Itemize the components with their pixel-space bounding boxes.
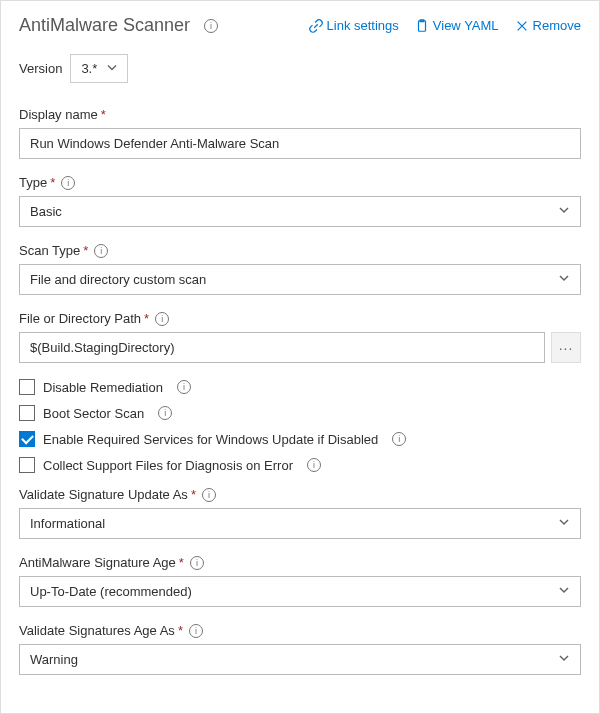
info-icon[interactable]: i — [190, 556, 204, 570]
path-field: File or Directory Path*i ··· — [19, 311, 581, 363]
type-field: Type*i Basic — [19, 175, 581, 227]
boot-sector-row: Boot Sector Scan i — [19, 405, 581, 421]
info-icon[interactable]: i — [204, 19, 218, 33]
chevron-down-icon — [558, 652, 570, 667]
link-icon — [309, 19, 323, 33]
close-icon — [515, 19, 529, 33]
validate-sig-age-field: Validate Signatures Age As*i Warning — [19, 623, 581, 675]
required-mark: * — [101, 107, 106, 122]
chevron-down-icon — [558, 584, 570, 599]
remove-button[interactable]: Remove — [515, 18, 581, 33]
enable-services-checkbox[interactable] — [19, 431, 35, 447]
chevron-down-icon — [558, 272, 570, 287]
svg-rect-0 — [418, 20, 425, 31]
scan-type-field: Scan Type*i File and directory custom sc… — [19, 243, 581, 295]
info-icon[interactable]: i — [61, 176, 75, 190]
chevron-down-icon — [558, 516, 570, 531]
version-label: Version — [19, 61, 62, 76]
type-select[interactable]: Basic — [19, 196, 581, 227]
info-icon[interactable]: i — [189, 624, 203, 638]
validate-sig-update-field: Validate Signature Update As*i Informati… — [19, 487, 581, 539]
link-settings-button[interactable]: Link settings — [309, 18, 399, 33]
display-name-input[interactable] — [19, 128, 581, 159]
sig-age-select[interactable]: Up-To-Date (recommended) — [19, 576, 581, 607]
info-icon[interactable]: i — [392, 432, 406, 446]
path-input[interactable] — [19, 332, 545, 363]
collect-support-checkbox[interactable] — [19, 457, 35, 473]
info-icon[interactable]: i — [158, 406, 172, 420]
boot-sector-checkbox[interactable] — [19, 405, 35, 421]
panel-title: AntiMalware Scanner — [19, 15, 190, 36]
view-yaml-button[interactable]: View YAML — [415, 18, 499, 33]
task-settings-panel: AntiMalware Scanner i Link settings View… — [0, 0, 600, 714]
header-actions: Link settings View YAML Remove — [309, 18, 581, 33]
clipboard-icon — [415, 19, 429, 33]
chevron-down-icon — [558, 204, 570, 219]
checkbox-group: Disable Remediation i Boot Sector Scan i… — [19, 379, 581, 473]
info-icon[interactable]: i — [177, 380, 191, 394]
sig-age-field: AntiMalware Signature Age*i Up-To-Date (… — [19, 555, 581, 607]
info-icon[interactable]: i — [202, 488, 216, 502]
browse-button[interactable]: ··· — [551, 332, 581, 363]
disable-remediation-row: Disable Remediation i — [19, 379, 581, 395]
validate-sig-update-select[interactable]: Informational — [19, 508, 581, 539]
version-row: Version 3.* — [19, 54, 581, 83]
disable-remediation-checkbox[interactable] — [19, 379, 35, 395]
scan-type-select[interactable]: File and directory custom scan — [19, 264, 581, 295]
collect-support-row: Collect Support Files for Diagnosis on E… — [19, 457, 581, 473]
version-select[interactable]: 3.* — [70, 54, 128, 83]
validate-sig-age-select[interactable]: Warning — [19, 644, 581, 675]
panel-header: AntiMalware Scanner i Link settings View… — [19, 15, 581, 36]
enable-services-row: Enable Required Services for Windows Upd… — [19, 431, 581, 447]
info-icon[interactable]: i — [307, 458, 321, 472]
info-icon[interactable]: i — [94, 244, 108, 258]
display-name-field: Display name* — [19, 107, 581, 159]
info-icon[interactable]: i — [155, 312, 169, 326]
